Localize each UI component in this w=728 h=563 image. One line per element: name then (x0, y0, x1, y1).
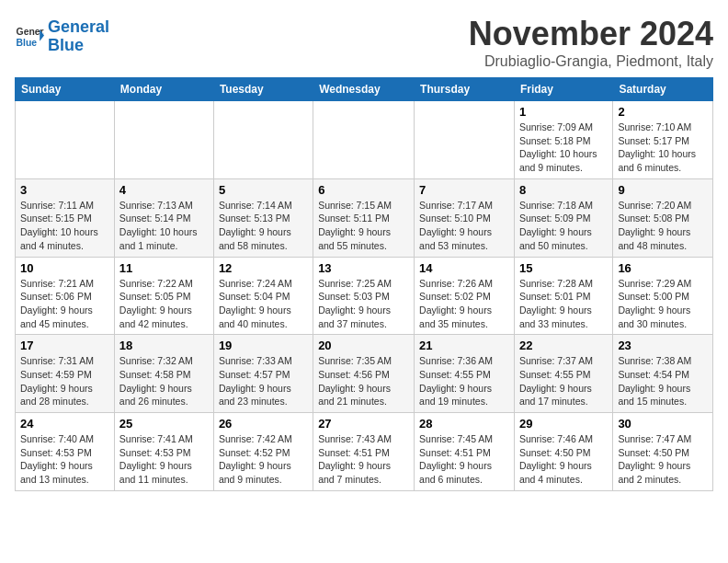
day-info: Sunrise: 7:31 AM Sunset: 4:59 PM Dayligh… (20, 355, 94, 407)
calendar-cell: 30Sunrise: 7:47 AM Sunset: 4:50 PM Dayli… (613, 413, 713, 491)
calendar-cell (114, 101, 213, 179)
day-number: 11 (119, 261, 209, 275)
calendar-cell: 3Sunrise: 7:11 AM Sunset: 5:15 PM Daylig… (16, 178, 115, 257)
calendar-week-4: 17Sunrise: 7:31 AM Sunset: 4:59 PM Dayli… (16, 335, 713, 413)
day-info: Sunrise: 7:45 AM Sunset: 4:51 PM Dayligh… (419, 433, 493, 485)
day-number: 19 (219, 339, 308, 352)
day-info: Sunrise: 7:41 AM Sunset: 4:53 PM Dayligh… (119, 433, 193, 485)
day-number: 29 (519, 417, 608, 431)
calendar-cell (213, 101, 313, 179)
day-info: Sunrise: 7:42 AM Sunset: 4:52 PM Dayligh… (219, 433, 292, 485)
day-number: 13 (318, 261, 409, 275)
weekday-header-saturday: Saturday (613, 78, 713, 101)
day-number: 12 (219, 261, 308, 275)
calendar-cell: 15Sunrise: 7:28 AM Sunset: 5:01 PM Dayli… (514, 257, 612, 335)
day-number: 1 (519, 105, 608, 119)
day-number: 21 (419, 339, 509, 352)
calendar-cell: 17Sunrise: 7:31 AM Sunset: 4:59 PM Dayli… (16, 335, 115, 413)
calendar-cell: 11Sunrise: 7:22 AM Sunset: 5:05 PM Dayli… (114, 257, 213, 335)
day-info: Sunrise: 7:37 AM Sunset: 4:55 PM Dayligh… (519, 355, 593, 407)
calendar-cell: 12Sunrise: 7:24 AM Sunset: 5:04 PM Dayli… (213, 257, 313, 335)
svg-text:Blue: Blue (17, 37, 38, 47)
calendar-cell: 28Sunrise: 7:45 AM Sunset: 4:51 PM Dayli… (415, 413, 515, 491)
day-number: 4 (119, 183, 209, 197)
day-number: 9 (618, 183, 708, 197)
day-number: 5 (219, 183, 308, 197)
day-info: Sunrise: 7:25 AM Sunset: 5:03 PM Dayligh… (318, 278, 392, 329)
day-info: Sunrise: 7:46 AM Sunset: 4:50 PM Dayligh… (519, 433, 593, 485)
day-number: 8 (519, 183, 608, 197)
calendar-cell (313, 101, 415, 179)
day-number: 2 (618, 105, 708, 119)
location-title: Drubiaglio-Grangia, Piedmont, Italy (469, 53, 713, 70)
day-info: Sunrise: 7:29 AM Sunset: 5:00 PM Dayligh… (618, 278, 691, 329)
day-info: Sunrise: 7:26 AM Sunset: 5:02 PM Dayligh… (419, 278, 493, 329)
day-number: 17 (20, 339, 109, 352)
calendar-cell: 25Sunrise: 7:41 AM Sunset: 4:53 PM Dayli… (114, 413, 213, 491)
calendar-week-2: 3Sunrise: 7:11 AM Sunset: 5:15 PM Daylig… (16, 178, 713, 257)
day-number: 26 (219, 417, 308, 431)
day-info: Sunrise: 7:14 AM Sunset: 5:13 PM Dayligh… (219, 200, 292, 251)
day-info: Sunrise: 7:09 AM Sunset: 5:18 PM Dayligh… (519, 121, 597, 173)
day-number: 7 (419, 183, 509, 197)
day-info: Sunrise: 7:33 AM Sunset: 4:57 PM Dayligh… (219, 355, 292, 407)
day-number: 3 (20, 183, 109, 197)
day-info: Sunrise: 7:21 AM Sunset: 5:06 PM Dayligh… (20, 278, 94, 329)
day-number: 10 (20, 261, 109, 275)
day-info: Sunrise: 7:10 AM Sunset: 5:17 PM Dayligh… (618, 121, 696, 173)
day-number: 15 (519, 261, 608, 275)
calendar-cell: 27Sunrise: 7:43 AM Sunset: 4:51 PM Dayli… (313, 413, 415, 491)
calendar-cell: 8Sunrise: 7:18 AM Sunset: 5:09 PM Daylig… (514, 178, 612, 257)
logo: General Blue GeneralBlue (15, 18, 109, 55)
calendar-cell: 22Sunrise: 7:37 AM Sunset: 4:55 PM Dayli… (514, 335, 612, 413)
calendar-cell: 4Sunrise: 7:13 AM Sunset: 5:14 PM Daylig… (114, 178, 213, 257)
calendar-cell: 21Sunrise: 7:36 AM Sunset: 4:55 PM Dayli… (415, 335, 515, 413)
day-info: Sunrise: 7:15 AM Sunset: 5:11 PM Dayligh… (318, 200, 392, 251)
day-number: 6 (318, 183, 409, 197)
calendar-cell (16, 101, 115, 179)
day-info: Sunrise: 7:32 AM Sunset: 4:58 PM Dayligh… (119, 355, 193, 407)
weekday-header-thursday: Thursday (415, 78, 515, 101)
calendar-cell: 20Sunrise: 7:35 AM Sunset: 4:56 PM Dayli… (313, 335, 415, 413)
weekday-header-wednesday: Wednesday (313, 78, 415, 101)
day-number: 30 (618, 417, 708, 431)
day-info: Sunrise: 7:24 AM Sunset: 5:04 PM Dayligh… (219, 278, 292, 329)
calendar-cell: 23Sunrise: 7:38 AM Sunset: 4:54 PM Dayli… (613, 335, 713, 413)
calendar-cell: 5Sunrise: 7:14 AM Sunset: 5:13 PM Daylig… (213, 178, 313, 257)
day-info: Sunrise: 7:43 AM Sunset: 4:51 PM Dayligh… (318, 433, 392, 485)
calendar-cell: 1Sunrise: 7:09 AM Sunset: 5:18 PM Daylig… (514, 101, 612, 179)
month-title: November 2024 (469, 15, 713, 53)
day-info: Sunrise: 7:13 AM Sunset: 5:14 PM Dayligh… (119, 200, 198, 251)
day-number: 18 (119, 339, 209, 352)
calendar-cell (415, 101, 515, 179)
calendar-cell: 19Sunrise: 7:33 AM Sunset: 4:57 PM Dayli… (213, 335, 313, 413)
weekday-header-friday: Friday (514, 78, 612, 101)
day-number: 28 (419, 417, 509, 431)
day-number: 27 (318, 417, 409, 431)
calendar-week-3: 10Sunrise: 7:21 AM Sunset: 5:06 PM Dayli… (16, 257, 713, 335)
day-info: Sunrise: 7:47 AM Sunset: 4:50 PM Dayligh… (618, 433, 691, 485)
calendar-table: SundayMondayTuesdayWednesdayThursdayFrid… (15, 77, 713, 491)
calendar-cell: 13Sunrise: 7:25 AM Sunset: 5:03 PM Dayli… (313, 257, 415, 335)
day-info: Sunrise: 7:40 AM Sunset: 4:53 PM Dayligh… (20, 433, 94, 485)
calendar-cell: 24Sunrise: 7:40 AM Sunset: 4:53 PM Dayli… (16, 413, 115, 491)
calendar-cell: 10Sunrise: 7:21 AM Sunset: 5:06 PM Dayli… (16, 257, 115, 335)
calendar-cell: 26Sunrise: 7:42 AM Sunset: 4:52 PM Dayli… (213, 413, 313, 491)
day-number: 20 (318, 339, 409, 352)
day-info: Sunrise: 7:28 AM Sunset: 5:01 PM Dayligh… (519, 278, 593, 329)
calendar-cell: 18Sunrise: 7:32 AM Sunset: 4:58 PM Dayli… (114, 335, 213, 413)
calendar-cell: 29Sunrise: 7:46 AM Sunset: 4:50 PM Dayli… (514, 413, 612, 491)
day-number: 23 (618, 339, 708, 352)
day-number: 24 (20, 417, 109, 431)
calendar-cell: 6Sunrise: 7:15 AM Sunset: 5:11 PM Daylig… (313, 178, 415, 257)
calendar-cell: 14Sunrise: 7:26 AM Sunset: 5:02 PM Dayli… (415, 257, 515, 335)
day-number: 25 (119, 417, 209, 431)
day-number: 16 (618, 261, 708, 275)
calendar-cell: 2Sunrise: 7:10 AM Sunset: 5:17 PM Daylig… (613, 101, 713, 179)
title-section: November 2024 Drubiaglio-Grangia, Piedmo… (469, 15, 713, 70)
weekday-header-monday: Monday (114, 78, 213, 101)
day-info: Sunrise: 7:22 AM Sunset: 5:05 PM Dayligh… (119, 278, 193, 329)
day-number: 22 (519, 339, 608, 352)
day-info: Sunrise: 7:20 AM Sunset: 5:08 PM Dayligh… (618, 200, 691, 251)
day-info: Sunrise: 7:11 AM Sunset: 5:15 PM Dayligh… (20, 200, 98, 251)
